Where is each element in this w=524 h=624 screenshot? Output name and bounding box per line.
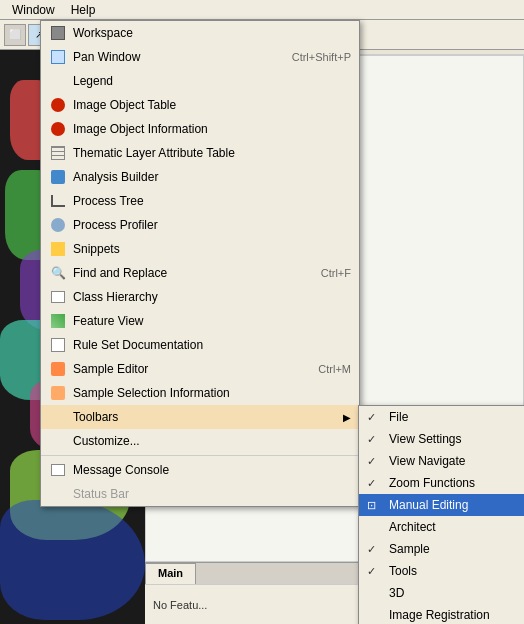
menu-label-snippets: Snippets xyxy=(73,242,120,256)
zoom-check: ✓ xyxy=(367,477,385,490)
menu-item-feature-view[interactable]: Feature View xyxy=(41,309,359,333)
submenu-label-manual-editing: Manual Editing xyxy=(389,498,468,512)
menu-item-class-hierarchy[interactable]: Class Hierarchy xyxy=(41,285,359,309)
menu-item-toolbars[interactable]: Toolbars ▶ ✓ File ✓ View Settings ✓ View… xyxy=(41,405,359,429)
menu-label-toolbars: Toolbars xyxy=(73,410,118,424)
submenu-view-settings[interactable]: ✓ View Settings xyxy=(359,428,524,450)
menu-item-rule-set-doc[interactable]: Rule Set Documentation xyxy=(41,333,359,357)
menu-bar: Window Help xyxy=(0,0,524,20)
menu-item-find-replace[interactable]: 🔍 Find and Replace Ctrl+F xyxy=(41,261,359,285)
menu-label-feature-view: Feature View xyxy=(73,314,143,328)
menu-item-legend[interactable]: Legend xyxy=(41,69,359,93)
pan-shortcut: Ctrl+Shift+P xyxy=(292,51,351,63)
status-text: No Featu... xyxy=(153,599,207,611)
feature-icon xyxy=(49,312,67,330)
sample-shortcut: Ctrl+M xyxy=(318,363,351,375)
tools-check: ✓ xyxy=(367,565,385,578)
submenu-label-file: File xyxy=(389,410,408,424)
menu-help[interactable]: Help xyxy=(63,1,104,19)
submenu-label-3d: 3D xyxy=(389,586,404,600)
menu-item-pan-window[interactable]: Pan Window Ctrl+Shift+P xyxy=(41,45,359,69)
menu-label-rule-set-doc: Rule Set Documentation xyxy=(73,338,203,352)
menu-item-status-bar[interactable]: Status Bar xyxy=(41,482,359,506)
workspace-icon xyxy=(49,24,67,42)
submenu-label-zoom-functions: Zoom Functions xyxy=(389,476,475,490)
submenu-manual-editing[interactable]: ⊡ Manual Editing xyxy=(359,494,524,516)
sample-check: ✓ xyxy=(367,543,385,556)
submenu-label-view-settings: View Settings xyxy=(389,432,462,446)
view-settings-check: ✓ xyxy=(367,433,385,446)
menu-item-process-profiler[interactable]: Process Profiler xyxy=(41,213,359,237)
profiler-icon xyxy=(49,216,67,234)
console-icon xyxy=(49,461,67,479)
menu-label-find-replace: Find and Replace xyxy=(73,266,167,280)
submenu-3d[interactable]: 3D xyxy=(359,582,524,604)
menu-label-thematic-layer: Thematic Layer Attribute Table xyxy=(73,146,235,160)
menu-window[interactable]: Window xyxy=(4,1,63,19)
tab-main[interactable]: Main xyxy=(145,563,196,584)
menu-label-process-tree: Process Tree xyxy=(73,194,144,208)
submenu-zoom-functions[interactable]: ✓ Zoom Functions xyxy=(359,472,524,494)
submenu-view-navigate[interactable]: ✓ View Navigate xyxy=(359,450,524,472)
menu-label-process-profiler: Process Profiler xyxy=(73,218,158,232)
submenu-architect[interactable]: Architect xyxy=(359,516,524,538)
menu-label-legend: Legend xyxy=(73,74,113,88)
menu-label-sample-selection-info: Sample Selection Information xyxy=(73,386,230,400)
menu-label-workspace: Workspace xyxy=(73,26,133,40)
toolbars-arrow: ▶ xyxy=(343,412,351,423)
menu-label-image-object-table: Image Object Table xyxy=(73,98,176,112)
thematic-icon xyxy=(49,144,67,162)
menu-separator-1 xyxy=(41,455,359,456)
find-icon: 🔍 xyxy=(49,264,67,282)
image-info-icon xyxy=(49,120,67,138)
find-shortcut: Ctrl+F xyxy=(321,267,351,279)
toolbars-icon xyxy=(49,408,67,426)
context-menu: Workspace Pan Window Ctrl+Shift+P Legend… xyxy=(40,20,360,507)
menu-item-snippets[interactable]: Snippets xyxy=(41,237,359,261)
toolbars-submenu: ✓ File ✓ View Settings ✓ View Navigate ✓… xyxy=(358,405,524,624)
menu-item-image-object-info[interactable]: Image Object Information xyxy=(41,117,359,141)
menu-label-sample-editor: Sample Editor xyxy=(73,362,148,376)
sample-sel-icon xyxy=(49,384,67,402)
menu-item-sample-selection-info[interactable]: Sample Selection Information xyxy=(41,381,359,405)
customize-icon xyxy=(49,432,67,450)
submenu-sample[interactable]: ✓ Sample xyxy=(359,538,524,560)
menu-label-analysis-builder: Analysis Builder xyxy=(73,170,158,184)
status-bar-icon xyxy=(49,485,67,503)
menu-item-message-console[interactable]: Message Console xyxy=(41,458,359,482)
submenu-tools[interactable]: ✓ Tools xyxy=(359,560,524,582)
view-navigate-check: ✓ xyxy=(367,455,385,468)
menu-item-thematic-layer[interactable]: Thematic Layer Attribute Table xyxy=(41,141,359,165)
menu-label-pan-window: Pan Window xyxy=(73,50,140,64)
submenu-label-image-registration: Image Registration xyxy=(389,608,490,622)
pan-icon xyxy=(49,48,67,66)
submenu-label-tools: Tools xyxy=(389,564,417,578)
submenu-file[interactable]: ✓ File xyxy=(359,406,524,428)
submenu-image-registration[interactable]: Image Registration xyxy=(359,604,524,624)
menu-label-image-object-info: Image Object Information xyxy=(73,122,208,136)
menu-item-analysis-builder[interactable]: Analysis Builder xyxy=(41,165,359,189)
manual-editing-check: ⊡ xyxy=(367,499,385,512)
sample-editor-icon xyxy=(49,360,67,378)
menu-item-customize[interactable]: Customize... xyxy=(41,429,359,453)
submenu-label-view-navigate: View Navigate xyxy=(389,454,466,468)
process-tree-icon xyxy=(49,192,67,210)
menu-item-image-object-table[interactable]: Image Object Table xyxy=(41,93,359,117)
toolbar-btn-1[interactable]: ⬜ xyxy=(4,24,26,46)
submenu-label-sample: Sample xyxy=(389,542,430,556)
menu-label-class-hierarchy: Class Hierarchy xyxy=(73,290,158,304)
rule-set-icon xyxy=(49,336,67,354)
hierarchy-icon xyxy=(49,288,67,306)
menu-item-sample-editor[interactable]: Sample Editor Ctrl+M xyxy=(41,357,359,381)
snippets-icon xyxy=(49,240,67,258)
menu-label-customize: Customize... xyxy=(73,434,140,448)
menu-item-workspace[interactable]: Workspace xyxy=(41,21,359,45)
submenu-label-architect: Architect xyxy=(389,520,436,534)
legend-icon xyxy=(49,72,67,90)
menu-item-process-tree[interactable]: Process Tree xyxy=(41,189,359,213)
menu-label-status-bar: Status Bar xyxy=(73,487,129,501)
image-table-icon xyxy=(49,96,67,114)
file-check: ✓ xyxy=(367,411,385,424)
analysis-icon xyxy=(49,168,67,186)
menu-label-message-console: Message Console xyxy=(73,463,169,477)
